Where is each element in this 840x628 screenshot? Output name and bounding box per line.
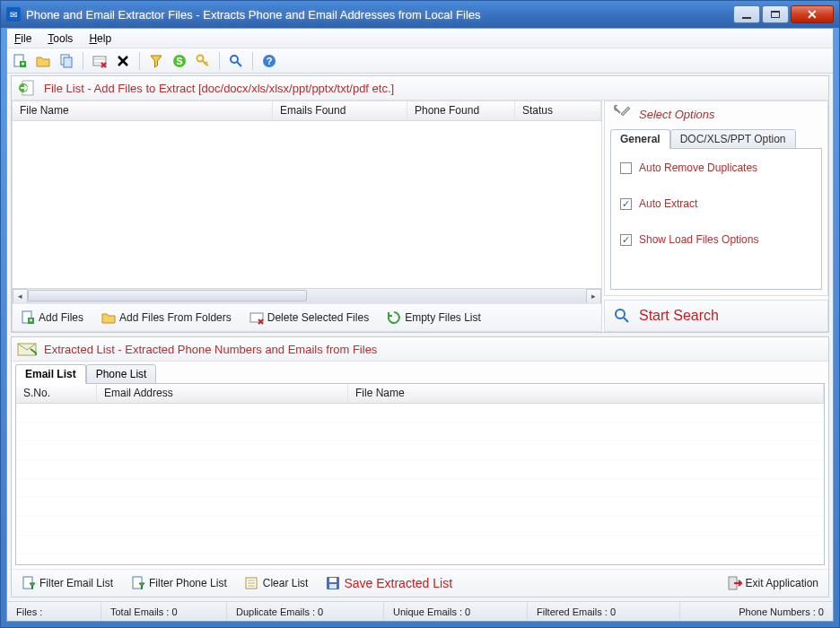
filter-email-label: Filter Email List <box>39 577 113 589</box>
tab-phone-list[interactable]: Phone List <box>86 364 157 384</box>
options-tabs: General DOC/XLS/PPT Option <box>610 129 822 149</box>
minimize-button[interactable] <box>733 5 760 23</box>
add-folder-icon[interactable] <box>34 52 52 70</box>
skype-icon[interactable]: S <box>171 52 188 70</box>
scroll-thumb[interactable] <box>28 290 307 301</box>
options-title-row: Select Options <box>605 101 827 126</box>
add-files-from-folders-button[interactable]: Add Files From Folders <box>95 308 238 327</box>
file-list-body: File Name Emails Found Phone Found Statu… <box>12 100 828 332</box>
checkbox[interactable]: ✓ <box>620 234 632 246</box>
close-button[interactable]: ✕ <box>791 5 834 23</box>
app-window: ✉ Phone and Email Extractor Files - Extr… <box>0 0 840 628</box>
svg-point-16 <box>616 310 625 318</box>
scroll-track[interactable] <box>28 289 586 304</box>
clear-list-button[interactable]: Clear List <box>239 573 315 593</box>
filter-phone-button[interactable]: Filter Phone List <box>125 573 233 593</box>
tools-icon <box>612 105 632 123</box>
svg-text:S: S <box>176 56 182 66</box>
svg-text:?: ? <box>267 56 273 66</box>
tab-email-list[interactable]: Email List <box>15 364 86 384</box>
title-bar[interactable]: ✉ Phone and Email Extractor Files - Extr… <box>1 1 839 28</box>
clear-list-label: Clear List <box>263 577 309 589</box>
exit-application-button[interactable]: Exit Application <box>722 573 825 593</box>
scroll-left-button[interactable]: ◂ <box>13 289 28 304</box>
checkbox[interactable]: ✓ <box>620 198 632 210</box>
add-files-label: Add Files <box>39 311 83 324</box>
menu-tools[interactable]: Tools <box>48 32 73 45</box>
col-emails-found[interactable]: Emails Found <box>273 101 407 120</box>
col-sno[interactable]: S.No. <box>16 384 97 403</box>
status-filtered-emails: Filtered Emails : 0 <box>528 602 680 621</box>
start-search-label: Start Search <box>639 308 719 324</box>
col-file-name[interactable]: File Name <box>348 384 824 403</box>
extracted-grid: S.No. Email Address File Name <box>15 383 825 565</box>
scroll-right-button[interactable]: ▸ <box>586 289 601 304</box>
toolbar-separator <box>83 52 83 70</box>
status-duplicate-emails: Duplicate Emails : 0 <box>227 602 384 621</box>
toolbar-separator <box>139 52 140 70</box>
search-icon[interactable] <box>227 52 245 70</box>
window-title: Phone and Email Extractor Files - Extrac… <box>26 8 733 22</box>
svg-rect-23 <box>329 584 337 589</box>
extracted-grid-header: S.No. Email Address File Name <box>16 384 824 404</box>
toolbar-separator <box>252 52 253 70</box>
col-status[interactable]: Status <box>515 101 601 120</box>
options-panel: Select Options General DOC/XLS/PPT Optio… <box>604 100 828 296</box>
key-icon[interactable] <box>194 52 212 70</box>
menu-help[interactable]: Help <box>89 32 111 45</box>
option-auto-remove-duplicates[interactable]: Auto Remove Duplicates <box>620 161 812 174</box>
option-label: Auto Extract <box>639 197 697 210</box>
help-icon[interactable]: ? <box>260 52 278 70</box>
empty-files-button[interactable]: Empty Files List <box>381 308 487 327</box>
bottom-actions: Filter Email List Filter Phone List Clea… <box>12 569 828 597</box>
add-file-icon[interactable] <box>11 52 29 70</box>
checkbox[interactable] <box>620 162 632 174</box>
start-search-button[interactable]: Start Search <box>604 300 828 332</box>
folder-icon <box>101 310 116 325</box>
options-column: Select Options General DOC/XLS/PPT Optio… <box>604 100 828 332</box>
delete-row-icon <box>249 310 264 325</box>
window-controls: ✕ <box>733 5 834 23</box>
status-total-emails: Total Emails : 0 <box>101 602 227 621</box>
toolbar: S ? <box>7 48 833 74</box>
filter-email-button[interactable]: Filter Email List <box>15 573 119 593</box>
copy-icon[interactable] <box>57 52 75 70</box>
option-label: Show Load Files Options <box>639 233 758 246</box>
extracted-grid-body[interactable] <box>16 404 824 564</box>
filter-icon[interactable] <box>147 52 165 70</box>
options-title: Select Options <box>639 108 715 121</box>
tab-doc-xls-ppt[interactable]: DOC/XLS/PPT Option <box>670 129 796 149</box>
extracted-tabs: Email List Phone List <box>15 364 825 384</box>
col-filename[interactable]: File Name <box>13 101 273 120</box>
file-actions: Add Files Add Files From Folders Delete … <box>13 303 601 331</box>
file-list-panel: File List - Add Files to Extract [doc/do… <box>11 75 829 333</box>
app-icon: ✉ <box>6 7 21 22</box>
maximize-button[interactable] <box>762 5 789 23</box>
file-grid-body[interactable] <box>13 121 601 288</box>
status-phone-numbers: Phone Numbers : 0 <box>680 602 833 621</box>
exit-label: Exit Application <box>746 577 818 589</box>
add-folders-label: Add Files From Folders <box>119 311 232 324</box>
col-email-address[interactable]: Email Address <box>97 384 348 403</box>
filter-phone-label: Filter Phone List <box>149 577 227 589</box>
file-list-header: File List - Add Files to Extract [doc/do… <box>12 76 828 100</box>
tab-general[interactable]: General <box>610 129 670 149</box>
svg-rect-22 <box>329 578 337 582</box>
svg-point-8 <box>231 56 238 63</box>
horizontal-scrollbar[interactable]: ◂ ▸ <box>13 288 601 303</box>
filter-phone-icon <box>131 576 145 590</box>
add-file-icon <box>21 310 35 325</box>
options-body: Auto Remove Duplicates ✓ Auto Extract ✓ … <box>610 148 822 290</box>
option-show-load-files[interactable]: ✓ Show Load Files Options <box>620 233 812 246</box>
menu-file[interactable]: File <box>14 32 31 45</box>
add-files-button[interactable]: Add Files <box>14 308 90 327</box>
col-phone-found[interactable]: Phone Found <box>407 101 515 120</box>
option-auto-extract[interactable]: ✓ Auto Extract <box>620 197 812 210</box>
save-extracted-button[interactable]: Save Extracted List <box>319 573 459 593</box>
exit-icon <box>728 576 742 590</box>
envelope-icon <box>17 341 37 357</box>
delete-selected-button[interactable]: Delete Selected Files <box>243 308 375 327</box>
delete-row-icon[interactable] <box>91 52 109 70</box>
clear-icon[interactable] <box>114 52 132 70</box>
option-label: Auto Remove Duplicates <box>639 161 757 174</box>
